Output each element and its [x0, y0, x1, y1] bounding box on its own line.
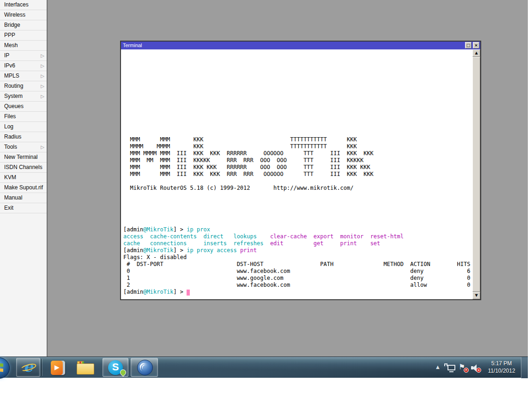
terminal-line: MMM MMM III KKK KKK RRRRRR OOO OOO TTT I… [123, 164, 472, 171]
submenu-arrow-icon: ▷ [41, 51, 44, 60]
action-center-flag-icon[interactable]: ⚑ × [459, 363, 469, 373]
sidebar-item-log[interactable]: Log [0, 122, 47, 132]
terminal-line [123, 206, 472, 212]
terminal-line [123, 109, 472, 115]
sidebar-item-label: Radius [4, 133, 21, 140]
terminal-line [123, 212, 472, 219]
terminal-line: MMMM MMMM KKK TTTTTTTTTTT KKK [123, 143, 472, 150]
taskbar-separator [41, 359, 42, 376]
sidebar-item-ip[interactable]: IP▷ [0, 51, 47, 61]
sidebar-item-queues[interactable]: Queues [0, 102, 47, 112]
screen: InterfacesWirelessBridgePPPMeshIP▷IPv6▷M… [0, 0, 532, 399]
terminal-cursor [187, 290, 190, 296]
sidebar-item-label: Wireless [4, 12, 25, 18]
sidebar-item-label: Mesh [4, 42, 18, 48]
sidebar-item-label: Manual [4, 194, 22, 201]
submenu-arrow-icon: ▷ [41, 91, 44, 101]
sidebar-item-label: Queues [4, 103, 24, 109]
sidebar-item-label: New Terminal [4, 154, 37, 160]
terminal-line: [admin@MikroTik] > [123, 289, 472, 296]
network-tray-icon[interactable] [444, 363, 455, 372]
scrollbar-thumb[interactable] [472, 57, 480, 292]
taskbar-skype-button[interactable]: S [103, 358, 128, 377]
sidebar-item-system[interactable]: System▷ [0, 91, 47, 102]
sidebar-item-label: IPv6 [4, 62, 15, 69]
taskbar-file-explorer-button[interactable] [77, 361, 95, 375]
terminal-scrollbar[interactable]: ▲ ▼ [472, 49, 480, 299]
sidebar-item-label: Make Supout.rif [4, 184, 43, 191]
sidebar-item-label: Log [4, 123, 13, 130]
terminal-line: # DST-PORT DST-HOST PATH METHOD ACTION H… [123, 261, 472, 268]
sidebar-item-ipv6[interactable]: IPv6▷ [0, 61, 47, 71]
sidebar-item-wireless[interactable]: Wireless [0, 10, 47, 20]
taskbar-internet-explorer-button[interactable]: e [16, 358, 40, 377]
close-button[interactable]: × [473, 42, 479, 48]
terminal-line: access cache-contents direct lookups cle… [123, 233, 472, 240]
sidebar-item-label: MPLS [4, 73, 19, 79]
clock-date: 11/10/2012 [483, 367, 520, 375]
sidebar-item-label: Files [4, 113, 16, 120]
winbox-sidebar-menu: InterfacesWirelessBridgePPPMeshIP▷IPv6▷M… [0, 0, 48, 357]
start-button[interactable] [0, 357, 10, 379]
maximize-button[interactable]: □ [465, 42, 472, 48]
terminal-titlebar[interactable]: Terminal □ × [121, 42, 480, 49]
sidebar-item-ppp[interactable]: PPP [0, 30, 47, 41]
mute-badge: × [476, 368, 481, 373]
sidebar-item-label: PPP [4, 32, 15, 38]
terminal-line [123, 95, 472, 102]
show-desktop-button[interactable] [521, 357, 528, 378]
sidebar-item-mesh[interactable]: Mesh [0, 41, 47, 51]
sidebar-item-routing[interactable]: Routing▷ [0, 81, 47, 91]
submenu-arrow-icon: ▷ [41, 71, 44, 81]
terminal-line [123, 74, 472, 81]
submenu-arrow-icon: ▷ [41, 142, 44, 152]
sidebar-item-radius[interactable]: Radius [0, 132, 47, 142]
sidebar-item-isdn-channels[interactable]: ISDN Channels [0, 163, 47, 173]
sidebar-item-mpls[interactable]: MPLS▷ [0, 71, 47, 81]
sidebar-item-files[interactable]: Files [0, 112, 47, 122]
terminal-line [123, 129, 472, 136]
sidebar-item-label: Tools [4, 144, 17, 150]
sidebar-item-manual[interactable]: Manual [0, 193, 47, 203]
sidebar-item-label: KVM [4, 174, 16, 181]
scroll-up-button[interactable]: ▲ [472, 49, 480, 57]
terminal-line [123, 178, 472, 185]
terminal-line [123, 67, 472, 74]
terminal-line: 1 www.google.com deny 0 [123, 275, 472, 282]
sidebar-item-new-terminal[interactable]: New Terminal [0, 152, 47, 163]
terminal-line: Flags: X - disabled [123, 254, 472, 261]
sidebar-item-label: IP [4, 52, 9, 59]
sidebar-item-tools[interactable]: Tools▷ [0, 142, 47, 152]
taskbar-clock[interactable]: 5:17 PM 11/10/2012 [483, 360, 520, 375]
terminal-line [123, 88, 472, 95]
terminal-line [123, 122, 472, 129]
sidebar-item-label: Exit [4, 205, 13, 211]
sidebar-item-bridge[interactable]: Bridge [0, 20, 47, 30]
scroll-down-button[interactable]: ▼ [472, 292, 480, 299]
terminal-line [123, 102, 472, 109]
sidebar-item-label: ISDN Channels [4, 164, 42, 170]
submenu-arrow-icon: ▷ [41, 81, 44, 91]
terminal-title: Terminal [123, 42, 142, 48]
terminal-line: [admin@MikroTik] > ip proxy access print [123, 247, 472, 254]
taskbar-media-player-button[interactable]: ▶ [51, 361, 65, 375]
terminal-output[interactable]: MMM MMM KKK TTTTTTTTTTT KKK MMMM MMMM KK… [121, 49, 472, 299]
sidebar-item-exit[interactable]: Exit [0, 203, 47, 213]
terminal-line [123, 81, 472, 88]
terminal-line: MikroTik RouterOS 5.18 (c) 1999-2012 htt… [123, 185, 472, 192]
sidebar-item-label: Interfaces [4, 1, 29, 8]
sidebar-item-interfaces[interactable]: Interfaces [0, 0, 47, 10]
error-badge: × [464, 368, 469, 373]
winbox-icon [137, 360, 153, 375]
terminal-line: cache connections inserts refreshes edit… [123, 240, 472, 247]
windows-taskbar: e ▶ S ▲ [0, 357, 528, 378]
media-player-icon: ▶ [54, 363, 60, 371]
taskbar-winbox-button[interactable] [131, 358, 158, 377]
sidebar-item-make-supout-rif[interactable]: Make Supout.rif [0, 183, 47, 193]
volume-muted-icon[interactable]: × [470, 363, 481, 373]
sidebar-item-label: System [4, 93, 23, 99]
sidebar-item-kvm[interactable]: KVM [0, 173, 47, 183]
terminal-line: [admin@MikroTik] > ip prox [123, 226, 472, 233]
show-hidden-icons-button[interactable]: ▲ [436, 364, 440, 369]
terminal-line: MMM MMM KKK TTTTTTTTTTT KKK [123, 136, 472, 143]
